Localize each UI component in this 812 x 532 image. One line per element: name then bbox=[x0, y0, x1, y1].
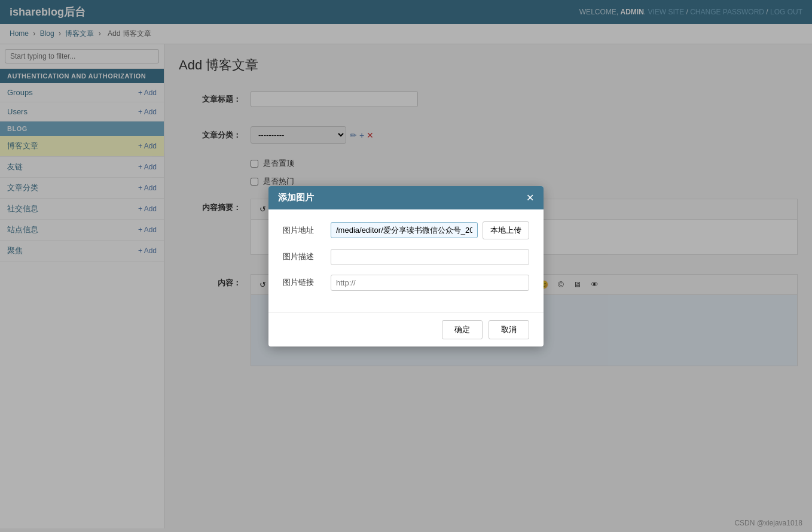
modal-desc-label: 图片描述 bbox=[283, 251, 331, 262]
modal-link-label: 图片链接 bbox=[283, 277, 331, 288]
modal-url-input[interactable] bbox=[331, 222, 478, 238]
modal-link-row: 图片链接 bbox=[283, 275, 529, 291]
modal-url-label: 图片地址 bbox=[283, 225, 331, 236]
modal-header: 添加图片 ✕ bbox=[268, 186, 544, 209]
modal-desc-input[interactable] bbox=[331, 249, 529, 265]
modal-close-button[interactable]: ✕ bbox=[526, 192, 534, 203]
modal-upload-button[interactable]: 本地上传 bbox=[483, 221, 529, 239]
modal-link-input[interactable] bbox=[331, 275, 529, 291]
add-image-modal: 添加图片 ✕ 图片地址 本地上传 图片描述 图片链接 确定 取消 bbox=[268, 186, 544, 346]
modal-body: 图片地址 本地上传 图片描述 图片链接 bbox=[268, 209, 544, 312]
modal-overlay[interactable]: 添加图片 ✕ 图片地址 本地上传 图片描述 图片链接 确定 取消 bbox=[0, 0, 812, 528]
modal-url-row: 图片地址 本地上传 bbox=[283, 221, 529, 239]
modal-cancel-button[interactable]: 取消 bbox=[489, 320, 529, 339]
modal-desc-row: 图片描述 bbox=[283, 249, 529, 265]
modal-title: 添加图片 bbox=[278, 192, 314, 203]
modal-footer: 确定 取消 bbox=[268, 312, 544, 346]
modal-confirm-button[interactable]: 确定 bbox=[442, 320, 483, 339]
